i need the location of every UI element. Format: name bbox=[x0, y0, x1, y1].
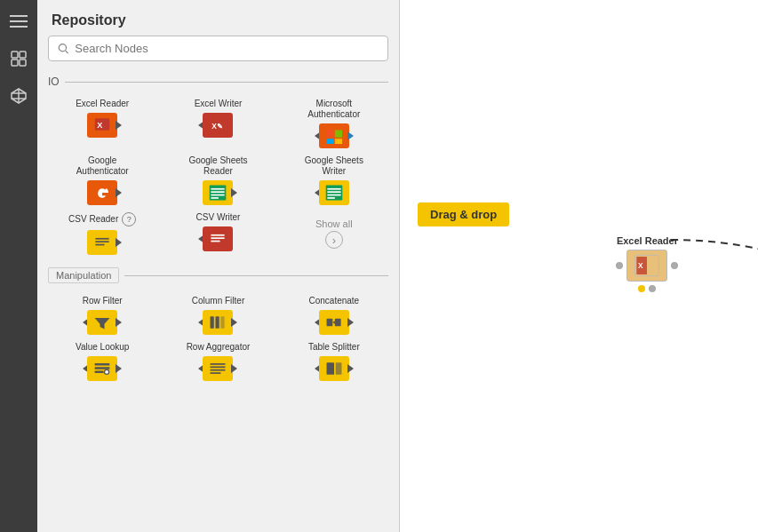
node-excel-reader-icon: X bbox=[87, 113, 117, 138]
node-concatenate[interactable]: Concatenate bbox=[280, 296, 388, 335]
svg-rect-53 bbox=[95, 371, 104, 374]
port-right bbox=[116, 121, 122, 130]
node-column-filter-icon bbox=[203, 310, 233, 335]
port-left-canvas bbox=[616, 262, 623, 269]
svg-text:X✎: X✎ bbox=[212, 122, 224, 131]
svg-rect-56 bbox=[211, 363, 226, 365]
port-right-cf bbox=[231, 318, 237, 327]
show-all-button[interactable]: Show all › bbox=[280, 212, 388, 255]
svg-rect-17 bbox=[326, 130, 333, 137]
node-csv-writer-label: CSV Writer bbox=[196, 212, 241, 223]
node-ms-auth[interactable]: Microsoft Authenticator bbox=[280, 99, 388, 148]
svg-rect-39 bbox=[211, 241, 220, 242]
show-all-arrow: › bbox=[325, 231, 343, 249]
node-google-auth-label: Google Authenticator bbox=[67, 155, 138, 177]
svg-rect-28 bbox=[327, 188, 340, 190]
svg-point-11 bbox=[59, 44, 66, 51]
svg-rect-25 bbox=[211, 195, 225, 196]
manipulation-section-header: Manipulation bbox=[37, 262, 399, 289]
node-excel-reader[interactable]: Excel Reader X bbox=[48, 99, 156, 148]
svg-rect-18 bbox=[335, 130, 342, 137]
port-right-gsr bbox=[231, 188, 237, 197]
node-concatenate-label: Concatenate bbox=[308, 296, 359, 306]
node-ms-auth-icon bbox=[319, 123, 349, 148]
svg-rect-51 bbox=[95, 363, 110, 366]
sidebar bbox=[0, 0, 37, 532]
node-google-auth[interactable]: Google Authenticator bbox=[48, 155, 156, 205]
repo-content: IO Excel Reader X bbox=[37, 68, 399, 532]
canvas-node-icon: X bbox=[626, 250, 667, 282]
drag-drop-badge: Drag & drop bbox=[418, 202, 509, 226]
svg-rect-5 bbox=[12, 60, 18, 66]
node-csv-reader-icon bbox=[87, 230, 117, 255]
svg-rect-1 bbox=[10, 20, 28, 22]
node-ms-auth-label: Microsoft Authenticator bbox=[299, 99, 370, 120]
node-value-lookup-label: Value Lookup bbox=[76, 342, 129, 353]
node-excel-writer-label: Excel Writer bbox=[195, 99, 243, 109]
node-column-filter[interactable]: Column Filter bbox=[164, 296, 272, 335]
canvas-excel-reader[interactable]: Excel Reader X bbox=[617, 235, 678, 292]
svg-rect-26 bbox=[211, 197, 219, 199]
node-gs-reader-label: Google Sheets Reader bbox=[182, 155, 253, 177]
svg-rect-47 bbox=[326, 319, 332, 326]
io-section-header: IO bbox=[37, 72, 399, 91]
svg-rect-52 bbox=[95, 367, 110, 369]
canvas-node-status bbox=[638, 285, 656, 292]
io-nodes-grid: Excel Reader X Excel Writer bbox=[37, 91, 399, 262]
node-table-splitter[interactable]: Table Splitter bbox=[280, 342, 388, 381]
help-icon[interactable]: ? bbox=[122, 212, 136, 226]
node-csv-writer[interactable]: CSV Writer bbox=[164, 212, 272, 255]
svg-rect-37 bbox=[211, 234, 225, 236]
node-gs-writer-icon bbox=[319, 180, 349, 205]
repo-title: Repository bbox=[37, 0, 399, 36]
node-csv-reader[interactable]: CSV Reader ? bbox=[48, 212, 156, 255]
node-row-aggregator-label: Row Aggregator bbox=[187, 342, 251, 353]
node-value-lookup-icon bbox=[87, 356, 117, 381]
io-label: IO bbox=[48, 75, 60, 88]
search-icon bbox=[58, 43, 69, 55]
node-csv-reader-label: CSV Reader bbox=[68, 214, 118, 225]
warning-indicator bbox=[638, 285, 645, 292]
svg-text:X: X bbox=[97, 121, 103, 130]
manipulation-label: Manipulation bbox=[48, 267, 119, 283]
section-line bbox=[65, 82, 388, 83]
port-right-vl bbox=[116, 364, 122, 373]
svg-rect-24 bbox=[211, 191, 225, 193]
node-gs-reader[interactable]: Google Sheets Reader bbox=[164, 155, 272, 205]
node-value-lookup[interactable]: Value Lookup bbox=[48, 342, 156, 381]
node-row-filter[interactable]: Row Filter bbox=[48, 296, 156, 335]
cube-icon[interactable] bbox=[4, 82, 33, 110]
show-all-label: Show all bbox=[315, 218, 353, 229]
svg-rect-43 bbox=[211, 316, 214, 329]
node-gs-reader-icon bbox=[203, 180, 233, 205]
layers-icon[interactable] bbox=[4, 44, 33, 73]
svg-rect-31 bbox=[327, 197, 334, 199]
svg-rect-3 bbox=[12, 52, 18, 58]
svg-rect-55 bbox=[209, 361, 227, 377]
repository-panel: Repository IO Excel Reader bbox=[37, 0, 400, 532]
menu-icon[interactable] bbox=[4, 7, 33, 36]
node-excel-writer-icon: X✎ bbox=[203, 113, 233, 138]
port-right-ts bbox=[347, 364, 354, 373]
svg-rect-45 bbox=[221, 316, 225, 329]
svg-line-12 bbox=[66, 51, 68, 53]
svg-rect-19 bbox=[326, 139, 333, 144]
node-column-filter-label: Column Filter bbox=[192, 296, 244, 306]
svg-rect-58 bbox=[211, 369, 226, 371]
search-input[interactable] bbox=[75, 42, 379, 55]
node-excel-writer[interactable]: Excel Writer X✎ bbox=[164, 99, 272, 148]
svg-rect-2 bbox=[10, 26, 28, 28]
node-gs-writer[interactable]: Google Sheets Writer bbox=[280, 155, 388, 205]
svg-rect-62 bbox=[336, 362, 342, 375]
svg-rect-34 bbox=[96, 241, 109, 242]
svg-point-54 bbox=[105, 369, 109, 374]
section-line-manip bbox=[124, 275, 388, 276]
node-row-aggregator[interactable]: Row Aggregator bbox=[164, 342, 272, 381]
svg-rect-61 bbox=[326, 362, 333, 375]
svg-rect-20 bbox=[335, 139, 342, 144]
search-bar[interactable] bbox=[48, 36, 388, 61]
canvas-area: Drag & drop Excel Reader X bbox=[400, 0, 758, 532]
info-indicator bbox=[649, 285, 656, 292]
svg-rect-29 bbox=[327, 191, 340, 193]
node-row-aggregator-icon bbox=[203, 356, 233, 381]
